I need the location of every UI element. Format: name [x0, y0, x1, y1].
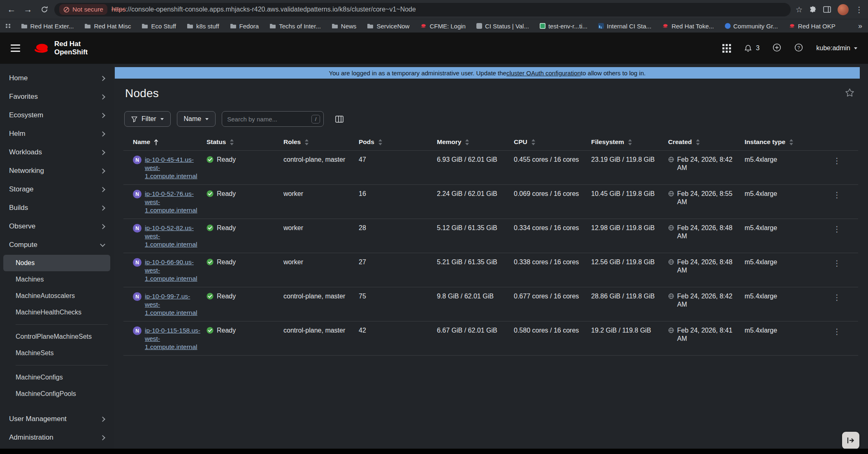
column-header-instance-type[interactable]: Instance type — [745, 138, 833, 146]
node-link[interactable]: ip-10-0-52-82.us-west-1.compute.internal — [145, 224, 201, 249]
sidebar-item-helm[interactable]: Helm — [0, 124, 114, 143]
node-link[interactable]: ip-10-0-66-90.us-west-1.compute.internal — [145, 258, 201, 283]
row-kebab-button[interactable]: ⋮ — [833, 258, 858, 267]
column-header-name[interactable]: Name — [123, 138, 207, 146]
sidebar-item-networking[interactable]: Networking — [0, 161, 114, 180]
help-button[interactable]: ? — [794, 43, 803, 54]
plus-circle-icon — [773, 43, 781, 52]
notification-count: 3 — [756, 44, 759, 52]
notifications-button[interactable]: 3 — [744, 44, 759, 52]
column-header-pods[interactable]: Pods — [359, 138, 437, 146]
sidebar-item-machinehealthchecks[interactable]: MachineHealthChecks — [3, 304, 110, 321]
column-header-created[interactable]: Created — [668, 138, 745, 146]
sidebar-item-user-management[interactable]: User Management — [0, 410, 114, 428]
bookmark-label: k8s stuff — [196, 23, 219, 30]
bookmark-item[interactable]: Eco Stuff — [142, 23, 176, 30]
sidebar-item-machines[interactable]: Machines — [3, 271, 110, 288]
search-input[interactable] — [227, 116, 311, 123]
assistant-button[interactable] — [842, 432, 859, 449]
page-title: Nodes — [125, 87, 159, 100]
sidebar-item-favorites[interactable]: Favorites — [0, 87, 114, 106]
forward-button[interactable]: → — [21, 3, 35, 16]
sidebar-item-controlplanemachinesets[interactable]: ControlPlaneMachineSets — [3, 328, 110, 345]
reload-button[interactable] — [38, 3, 51, 16]
sidebar-item-ecosystem[interactable]: Ecosystem — [0, 106, 114, 124]
sidebar-item-nodes[interactable]: Nodes — [3, 255, 110, 271]
security-chip[interactable]: Not secure — [59, 4, 107, 15]
bookmark-star-button[interactable]: ☆ — [796, 5, 803, 14]
main-content: You are logged in as a temporary adminis… — [114, 64, 868, 454]
favorite-page-button[interactable] — [845, 88, 855, 99]
sidebar-item-machineconfigpools[interactable]: MachineConfigPools — [3, 386, 110, 402]
browser-address-bar: ← → Not secure https://console-openshift… — [0, 0, 868, 19]
sidebar-item-machinesets[interactable]: MachineSets — [3, 345, 110, 361]
back-button[interactable]: ← — [5, 3, 18, 16]
bookmark-item[interactable]: Techs of Inter... — [269, 23, 321, 30]
bookmark-label: Internal CI Sta... — [607, 23, 651, 30]
bookmark-item[interactable]: Red Hat Toke... — [662, 23, 714, 30]
sidebar-item-home[interactable]: Home — [0, 69, 114, 87]
name-dropdown-button[interactable]: Name — [177, 111, 216, 127]
chevron-right-icon — [100, 435, 105, 440]
bookmark-item[interactable]: Red Hat OKP — [789, 23, 836, 30]
cpu-cell: 0.580 cores / 16 cores — [514, 326, 591, 335]
created-text: Feb 24, 2026, 8:41 AM — [677, 326, 736, 343]
globe-icon — [668, 225, 674, 231]
node-link[interactable]: ip-10-0-115-158.us-west-1.compute.intern… — [145, 326, 201, 351]
sidebar-item-machineautoscalers[interactable]: MachineAutoscalers — [3, 288, 110, 304]
filter-dropdown-button[interactable]: Filter — [124, 111, 171, 127]
chevron-down-icon — [205, 118, 209, 120]
bookmark-item[interactable]: Red Hat Misc — [84, 23, 131, 30]
node-link[interactable]: ip-10-0-99-7.us-west-1.compute.internal — [145, 292, 201, 317]
sort-icon — [789, 139, 794, 145]
url-bar[interactable]: Not secure https://console-openshift-con… — [54, 3, 791, 16]
side-panel-button[interactable] — [823, 6, 831, 13]
bookmark-item[interactable]: Red Hat Exter... — [21, 23, 74, 30]
column-header-cpu[interactable]: CPU — [514, 138, 591, 146]
row-kebab-button[interactable]: ⋮ — [833, 292, 858, 301]
sidebar-item-builds[interactable]: Builds — [0, 198, 114, 217]
sidebar-item-administration[interactable]: Administration — [0, 428, 114, 447]
column-header-memory[interactable]: Memory — [437, 138, 514, 146]
row-kebab-button[interactable]: ⋮ — [833, 156, 858, 165]
extensions-button[interactable] — [809, 6, 817, 13]
sidebar-item-machineconfigs[interactable]: MachineConfigs — [3, 369, 110, 386]
bookmark-item[interactable]: Fedora — [230, 23, 259, 30]
oauth-config-link[interactable]: cluster OAuth configuration — [506, 70, 581, 77]
app-launcher-button[interactable] — [722, 44, 731, 53]
apps-shortcut-icon[interactable] — [6, 24, 10, 28]
sidebar-item-observe[interactable]: Observe — [0, 217, 114, 235]
bookmark-item[interactable]: k8s stuff — [187, 23, 219, 30]
bookmarks-overflow-button[interactable]: » — [858, 22, 862, 30]
bookmark-item[interactable]: Community Gr... — [725, 23, 778, 30]
node-link[interactable]: ip-10-0-45-41.us-west-1.compute.internal — [145, 156, 201, 180]
add-button[interactable] — [773, 43, 781, 54]
row-kebab-button[interactable]: ⋮ — [833, 326, 858, 335]
column-header-status[interactable]: Status — [207, 138, 283, 146]
sidebar-item-compute[interactable]: Compute — [0, 235, 114, 254]
column-header-roles[interactable]: Roles — [283, 138, 359, 146]
bookmark-item[interactable]: Internal CI Sta... — [598, 23, 651, 30]
nav-toggle-button[interactable] — [11, 44, 20, 52]
bookmark-item[interactable]: News — [332, 23, 357, 30]
roles-cell: worker — [283, 224, 359, 232]
bookmark-label: Red Hat OKP — [798, 23, 836, 30]
roles-cell: worker — [283, 258, 359, 266]
manage-columns-button[interactable] — [335, 116, 343, 123]
column-header-filesystem[interactable]: Filesystem — [591, 138, 668, 146]
browser-menu-button[interactable]: ⋮ — [855, 5, 863, 14]
bookmark-label: Red Hat Exter... — [30, 23, 74, 30]
bookmark-item[interactable]: ServiceNow — [367, 23, 409, 30]
user-menu[interactable]: kube:admin — [816, 44, 857, 52]
bookmark-item[interactable]: CI Status | Val... — [476, 23, 529, 30]
node-link[interactable]: ip-10-0-52-76.us-west-1.compute.internal — [145, 190, 201, 214]
bookmark-item[interactable]: CFME: Login — [420, 23, 466, 30]
row-kebab-button[interactable]: ⋮ — [833, 190, 858, 199]
row-kebab-button[interactable]: ⋮ — [833, 224, 858, 233]
ready-status-icon — [207, 258, 214, 265]
profile-avatar[interactable] — [838, 4, 849, 15]
bookmark-item[interactable]: test-env-r...ti... — [540, 23, 587, 30]
sidebar-item-workloads[interactable]: Workloads — [0, 143, 114, 161]
status-text: Ready — [217, 326, 236, 335]
sidebar-item-storage[interactable]: Storage — [0, 180, 114, 198]
